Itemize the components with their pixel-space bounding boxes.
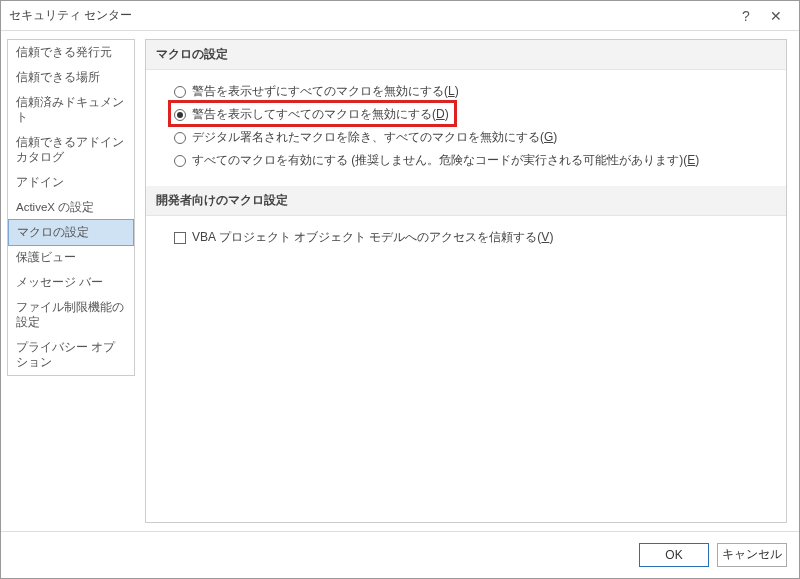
sidebar-item-4[interactable]: アドイン	[8, 170, 134, 195]
sidebar-item-10[interactable]: プライバシー オプション	[8, 335, 134, 375]
sidebar-item-6[interactable]: マクロの設定	[8, 219, 134, 246]
titlebar: セキュリティ センター ? ✕	[1, 1, 799, 31]
sidebar-item-7[interactable]: 保護ビュー	[8, 245, 134, 270]
macro-option-3[interactable]: すべてのマクロを有効にする (推奨しません。危険なコードが実行される可能性があり…	[174, 149, 776, 172]
sidebar-item-9[interactable]: ファイル制限機能の設定	[8, 295, 134, 335]
sidebar-item-8[interactable]: メッセージ バー	[8, 270, 134, 295]
section-macro-settings-header: マクロの設定	[146, 40, 786, 70]
ok-button[interactable]: OK	[639, 543, 709, 567]
sidebar-item-2[interactable]: 信頼済みドキュメント	[8, 90, 134, 130]
dialog-footer: OK キャンセル	[1, 531, 799, 577]
dialog-body: 信頼できる発行元信頼できる場所信頼済みドキュメント信頼できるアドイン カタログア…	[1, 31, 799, 531]
window-title: セキュリティ センター	[9, 7, 731, 24]
macro-option-label: すべてのマクロを有効にする (推奨しません。危険なコードが実行される可能性があり…	[192, 152, 699, 169]
section-dev-macro-header: 開発者向けのマクロ設定	[146, 186, 786, 216]
macro-option-label: 警告を表示せずにすべてのマクロを無効にする(L)	[192, 83, 459, 100]
sidebar-item-1[interactable]: 信頼できる場所	[8, 65, 134, 90]
macro-option-label: デジタル署名されたマクロを除き、すべてのマクロを無効にする(G)	[192, 129, 557, 146]
cancel-button[interactable]: キャンセル	[717, 543, 787, 567]
sidebar-item-0[interactable]: 信頼できる発行元	[8, 40, 134, 65]
vba-trust-checkbox-row[interactable]: VBA プロジェクト オブジェクト モデルへのアクセスを信頼する(V)	[174, 226, 776, 249]
content-area: マクロの設定 警告を表示せずにすべてのマクロを無効にする(L)警告を表示してすべ…	[141, 31, 799, 531]
vba-trust-label: VBA プロジェクト オブジェクト モデルへのアクセスを信頼する(V)	[192, 229, 553, 246]
sidebar-item-5[interactable]: ActiveX の設定	[8, 195, 134, 220]
macro-option-0[interactable]: 警告を表示せずにすべてのマクロを無効にする(L)	[174, 80, 776, 103]
help-icon[interactable]: ?	[731, 8, 761, 24]
sidebar-item-3[interactable]: 信頼できるアドイン カタログ	[8, 130, 134, 170]
close-icon[interactable]: ✕	[761, 8, 791, 24]
radio-icon[interactable]	[174, 109, 186, 121]
macro-option-1[interactable]: 警告を表示してすべてのマクロを無効にする(D)	[174, 103, 776, 126]
radio-icon[interactable]	[174, 155, 186, 167]
macro-option-2[interactable]: デジタル署名されたマクロを除き、すべてのマクロを無効にする(G)	[174, 126, 776, 149]
macro-option-label: 警告を表示してすべてのマクロを無効にする(D)	[192, 106, 449, 123]
radio-icon[interactable]	[174, 86, 186, 98]
checkbox-icon[interactable]	[174, 232, 186, 244]
radio-icon[interactable]	[174, 132, 186, 144]
sidebar: 信頼できる発行元信頼できる場所信頼済みドキュメント信頼できるアドイン カタログア…	[1, 31, 141, 531]
